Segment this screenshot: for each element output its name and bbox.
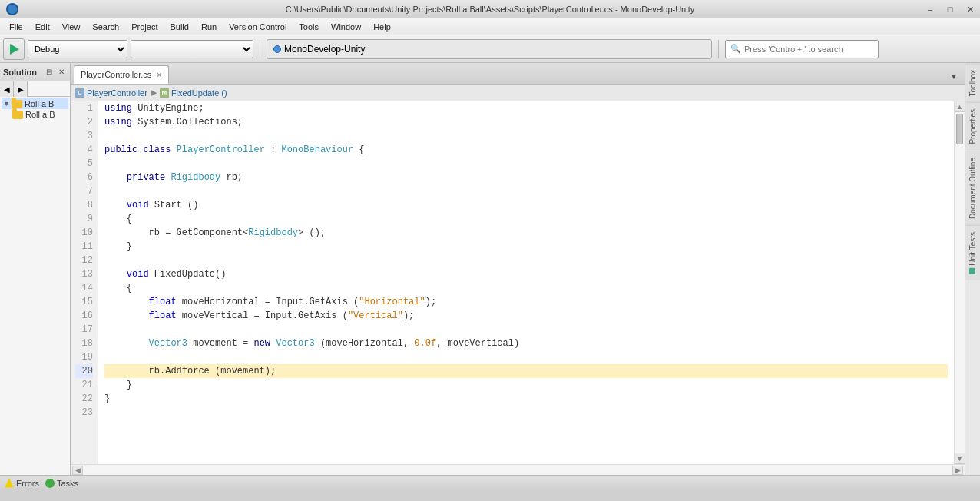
close-button[interactable]: ✕ [960, 0, 980, 18]
content-area: PlayerController.cs ✕ ▼ C PlayerControll… [71, 63, 965, 475]
h-scrollbar-track[interactable] [83, 466, 952, 474]
code-line-3 [104, 129, 948, 143]
right-tab-toolbox[interactable]: Toolbox [965, 63, 980, 102]
code-line-18: Vector3 movement = new Vector3 (moveHori… [104, 337, 948, 350]
code-line-5 [104, 157, 948, 171]
menu-item-edit[interactable]: Edit [29, 18, 56, 35]
line-number-3: 3 [75, 129, 93, 143]
scroll-left-arrow[interactable]: ◀ [72, 466, 83, 475]
vertical-scrollbar[interactable]: ▲ ▼ [954, 101, 965, 464]
menu-item-view[interactable]: View [56, 18, 87, 35]
tree-item-label: Roll a B [25, 99, 55, 108]
code-line-15: float moveHorizontal = Input.GetAxis ("H… [104, 295, 948, 309]
tasks-label: Tasks [57, 479, 78, 488]
method-icon: M [160, 88, 169, 98]
line-number-5: 5 [75, 157, 93, 171]
line-number-18: 18 [75, 337, 93, 350]
code-line-23 [104, 406, 948, 420]
code-line-1: using UnityEngine; [104, 101, 948, 115]
search-box[interactable]: 🔍 [725, 40, 879, 58]
code-line-17 [104, 323, 948, 337]
errors-icon [5, 479, 14, 488]
breadcrumb-class[interactable]: C PlayerController [75, 88, 147, 98]
search-input[interactable] [744, 45, 859, 54]
line-numbers: 1234567891011121314151617181920212223 [71, 101, 98, 464]
breadcrumb-class-name: PlayerController [87, 88, 147, 98]
scroll-down-arrow[interactable]: ▼ [955, 453, 965, 464]
menu-item-tools[interactable]: Tools [293, 18, 325, 35]
code-line-13: void FixedUpdate() [104, 267, 948, 281]
menu-item-build[interactable]: Build [164, 18, 194, 35]
menu-item-version-control[interactable]: Version Control [223, 18, 293, 35]
tab-scroll-right[interactable]: ▼ [946, 68, 962, 84]
right-tab-unit-tests[interactable]: Unit Tests [965, 225, 980, 280]
tab-close-button[interactable]: ✕ [156, 71, 162, 79]
menu-item-run[interactable]: Run [195, 18, 223, 35]
scrollbar-thumb[interactable] [956, 114, 963, 144]
line-number-8: 8 [75, 198, 93, 212]
tab-playercontroller[interactable]: PlayerController.cs ✕ [74, 65, 169, 84]
line-number-11: 11 [75, 240, 93, 254]
errors-label: Errors [16, 479, 39, 488]
toolbar-separator [260, 40, 260, 58]
status-errors[interactable]: Errors [5, 479, 39, 488]
line-number-23: 23 [75, 406, 93, 420]
folder-icon-sub [12, 111, 23, 119]
target-select[interactable] [131, 40, 253, 58]
tab-bar: PlayerController.cs ✕ ▼ [71, 63, 965, 85]
mono-status-icon [273, 45, 281, 53]
line-number-2: 2 [75, 115, 93, 129]
right-tab-document-outline[interactable]: Document Outline [965, 151, 980, 225]
scrollbar-track[interactable] [955, 112, 965, 453]
menu-item-file[interactable]: File [3, 18, 29, 35]
unit-tests-badge [970, 268, 976, 274]
code-line-12 [104, 254, 948, 267]
tree-item-roll-a-ball-project[interactable]: ▼ Roll a B [2, 98, 68, 109]
solution-header: Solution ⊟ ✕ [0, 63, 70, 81]
code-line-8: void Start () [104, 198, 948, 212]
statusbar: Errors Tasks [0, 475, 980, 490]
code-line-11: } [104, 240, 948, 254]
breadcrumb-method-name: FixedUpdate () [171, 88, 227, 98]
breadcrumb-bar: C PlayerController ▶ M FixedUpdate () [71, 85, 965, 101]
window-controls: – □ ✕ [920, 0, 980, 18]
line-number-22: 22 [75, 392, 93, 406]
scroll-right-arrow[interactable]: ▶ [952, 466, 963, 475]
class-icon: C [75, 88, 84, 98]
horizontal-scrollbar[interactable]: ◀ ▶ [71, 464, 965, 475]
solution-nav-next[interactable]: ▶ [14, 81, 28, 97]
maximize-button[interactable]: □ [940, 0, 960, 18]
run-button[interactable] [3, 38, 25, 60]
code-line-21: } [104, 378, 948, 392]
line-number-16: 16 [75, 309, 93, 323]
solution-collapse-icon[interactable]: ⊟ [44, 67, 55, 78]
tab-label: PlayerController.cs [81, 70, 151, 79]
menu-item-window[interactable]: Window [325, 18, 367, 35]
monodevelop-label: MonoDevelop-Unity [284, 44, 365, 55]
folder-icon [12, 100, 22, 108]
build-config-select[interactable]: Debug [28, 40, 127, 58]
right-tab-properties[interactable]: Properties [965, 102, 980, 151]
code-editor[interactable]: using UnityEngine;using System.Collectio… [98, 101, 954, 464]
solution-nav-prev[interactable]: ◀ [0, 81, 14, 97]
solution-panel: Solution ⊟ ✕ ◀ ▶ ▼ Roll a B Roll a B [0, 63, 71, 475]
solution-close-icon[interactable]: ✕ [56, 67, 67, 78]
line-number-17: 17 [75, 323, 93, 337]
scroll-up-arrow[interactable]: ▲ [955, 101, 965, 112]
code-line-19 [104, 350, 948, 364]
status-tasks[interactable]: Tasks [45, 479, 78, 488]
line-number-7: 7 [75, 184, 93, 198]
monodevelop-badge: MonoDevelop-Unity [267, 39, 712, 59]
solution-title: Solution [3, 68, 37, 77]
titlebar: C:\Users\Public\Documents\Unity Projects… [0, 0, 980, 18]
tree-item-roll-a-ball-sub[interactable]: Roll a B [2, 109, 68, 120]
minimize-button[interactable]: – [920, 0, 940, 18]
toolbar: Debug MonoDevelop-Unity 🔍 [0, 35, 980, 63]
menu-item-help[interactable]: Help [367, 18, 397, 35]
code-line-9: { [104, 212, 948, 226]
menu-item-project[interactable]: Project [125, 18, 164, 35]
app-icon [6, 3, 18, 15]
line-number-15: 15 [75, 295, 93, 309]
breadcrumb-method[interactable]: M FixedUpdate () [160, 88, 227, 98]
menu-item-search[interactable]: Search [86, 18, 125, 35]
